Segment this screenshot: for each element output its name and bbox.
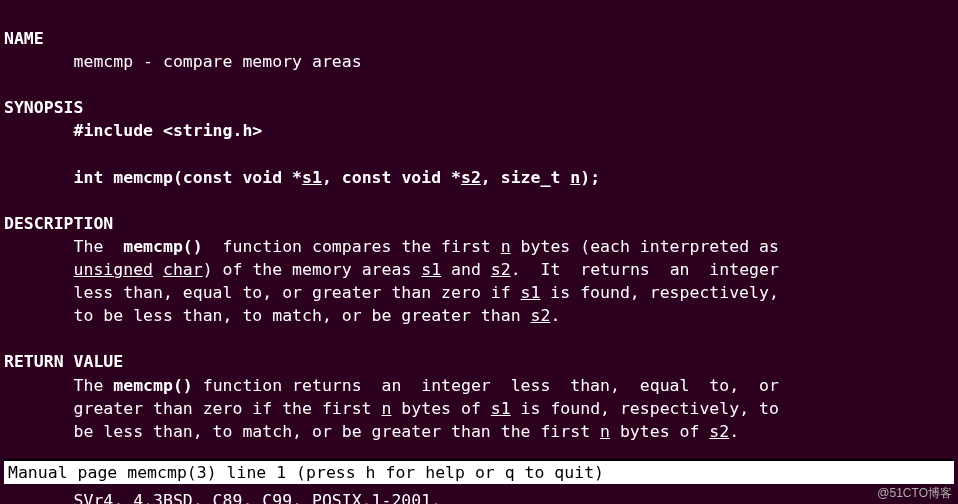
name-line: memcmp - compare memory areas <box>4 52 362 71</box>
include-directive: #include <string.h> <box>74 121 263 140</box>
watermark-site: @51CTO博客 <box>877 485 952 502</box>
func-ref: memcmp() <box>113 376 192 395</box>
func-ref: memcmp() <box>123 237 202 256</box>
man-page-content: NAME memcmp - compare memory areas SYNOP… <box>0 0 958 504</box>
function-prototype: int memcmp(const void * <box>74 168 302 187</box>
pager-status-bar[interactable]: Manual page memcmp(3) line 1 (press h fo… <box>4 459 954 484</box>
param-n: n <box>570 168 580 187</box>
section-synopsis: SYNOPSIS <box>4 98 83 117</box>
section-name: NAME <box>4 29 44 48</box>
section-description: DESCRIPTION <box>4 214 113 233</box>
section-return-value: RETURN VALUE <box>4 352 123 371</box>
param-s2: s2 <box>461 168 481 187</box>
param-s1: s1 <box>302 168 322 187</box>
conforming-line: SVr4, 4.3BSD, C89, C99, POSIX.1-2001. <box>4 491 441 504</box>
